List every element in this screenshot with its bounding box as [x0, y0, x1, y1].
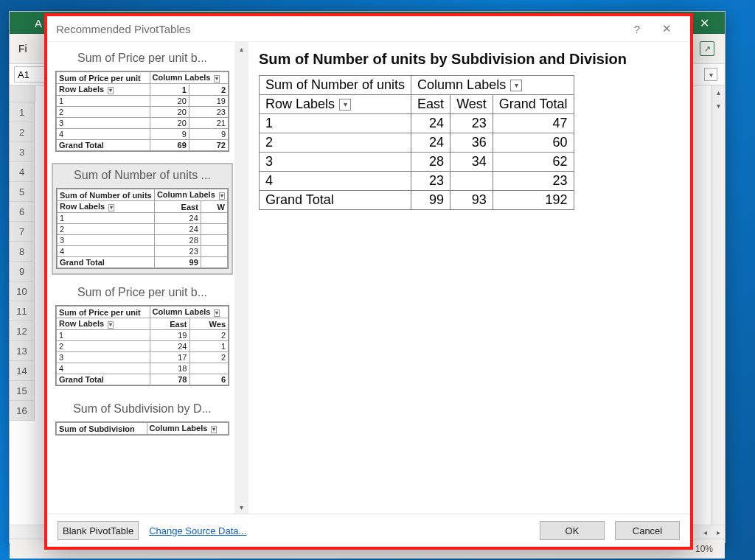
thumbnail-table: Sum of Price per unitColumn Labels ▾Row …: [55, 71, 229, 152]
pivot-thumbnail[interactable]: Sum of Subdivision by D...Sum of Subdivi…: [52, 397, 233, 441]
share-icon[interactable]: ↗: [700, 41, 714, 56]
row-header[interactable]: 4: [10, 162, 35, 182]
pivot-thumbnail[interactable]: Sum of Price per unit b...Sum of Price p…: [52, 46, 233, 157]
dialog-body: Sum of Price per unit b...Sum of Price p…: [47, 42, 690, 514]
scroll-up-icon[interactable]: ▴: [711, 85, 725, 99]
app-letter: A: [35, 17, 42, 29]
row-header[interactable]: 16: [10, 401, 35, 421]
scroll-down-icon[interactable]: ▾: [711, 99, 725, 112]
thumbnail-table: Sum of SubdivisionColumn Labels ▾: [55, 421, 229, 435]
row-header[interactable]: 3: [10, 142, 35, 162]
row-headers: 12345678910111213141516: [10, 102, 35, 421]
row-header[interactable]: 6: [10, 202, 35, 222]
thumbnail-table: Sum of Price per unitColumn Labels ▾Row …: [55, 305, 229, 386]
dialog-title: Recommended PivotTables: [56, 23, 191, 35]
pivot-preview-pane: Sum of Number of units by Subdivision an…: [248, 42, 690, 514]
recommended-pivottables-dialog: Recommended PivotTables ? ✕ Sum of Price…: [44, 13, 693, 550]
thumbnail-caption: Sum of Price per unit b...: [52, 281, 232, 304]
window-close-button[interactable]: ✕: [689, 16, 719, 30]
row-header[interactable]: 14: [10, 361, 35, 381]
thumbs-scroll-up-icon[interactable]: ▴: [234, 42, 248, 55]
row-header[interactable]: 5: [10, 182, 35, 202]
dialog-titlebar: Recommended PivotTables ? ✕: [47, 16, 690, 42]
file-tab[interactable]: Fi: [18, 43, 27, 55]
thumbs-scrollbar[interactable]: ▴ ▾: [234, 42, 248, 514]
row-header[interactable]: 2: [10, 122, 35, 142]
thumbnail-caption: Sum of Number of units ...: [53, 164, 232, 186]
scroll-right-icon[interactable]: ▸: [711, 525, 725, 539]
row-header[interactable]: 1: [10, 102, 35, 122]
dialog-close-button[interactable]: ✕: [652, 22, 681, 35]
pivot-thumbnail[interactable]: Sum of Price per unit b...Sum of Price p…: [52, 281, 233, 391]
row-header[interactable]: 10: [10, 281, 35, 301]
thumbnail-caption: Sum of Price per unit b...: [52, 47, 232, 69]
ok-button[interactable]: OK: [540, 521, 605, 540]
thumbnail-table: Sum of Number of unitsColumn Labels ▾Row…: [56, 188, 229, 269]
row-header[interactable]: 9: [10, 262, 35, 281]
row-header[interactable]: 11: [10, 301, 35, 321]
vertical-scrollbar[interactable]: ▴ ▾: [711, 85, 725, 525]
row-header[interactable]: 7: [10, 222, 35, 242]
pivot-thumbnails-list: Sum of Price per unit b...Sum of Price p…: [47, 42, 234, 514]
pivot-thumbnail[interactable]: Sum of Number of units ...Sum of Number …: [52, 163, 233, 275]
row-header[interactable]: 12: [10, 321, 35, 341]
cancel-button[interactable]: Cancel: [615, 521, 680, 540]
help-button[interactable]: ?: [622, 23, 652, 35]
zoom-level[interactable]: 10%: [695, 544, 713, 554]
row-header[interactable]: 8: [10, 242, 35, 262]
formula-bar-expand[interactable]: ▾: [704, 68, 717, 81]
row-labels-dropdown-icon[interactable]: ▾: [339, 99, 351, 111]
dialog-footer: Blank PivotTable Change Source Data... O…: [47, 514, 690, 547]
change-source-data-link[interactable]: Change Source Data...: [149, 525, 246, 536]
blank-pivottable-button[interactable]: Blank PivotTable: [58, 521, 139, 540]
thumbnail-caption: Sum of Subdivision by D...: [52, 398, 232, 420]
preview-pivot-table: Sum of Number of unitsColumn Labels▾Row …: [259, 75, 574, 210]
select-all-corner[interactable]: [10, 85, 35, 102]
preview-title: Sum of Number of units by Subdivision an…: [259, 51, 680, 68]
thumbs-scroll-down-icon[interactable]: ▾: [234, 500, 248, 514]
row-header[interactable]: 15: [10, 381, 35, 401]
row-header[interactable]: 13: [10, 341, 35, 361]
scroll-left-icon[interactable]: ◂: [698, 525, 711, 539]
column-labels-dropdown-icon[interactable]: ▾: [510, 80, 522, 91]
